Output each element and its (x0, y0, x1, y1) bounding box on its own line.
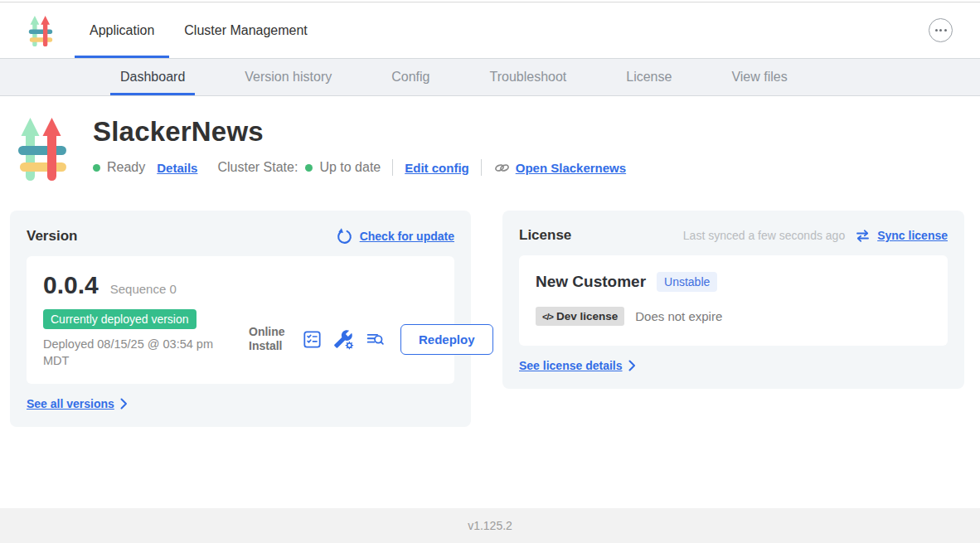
tab-troubleshoot[interactable]: Troubleshoot (479, 59, 576, 95)
config-tools-icon[interactable] (333, 329, 354, 350)
see-license-details-link[interactable]: See license details (519, 359, 623, 372)
version-number: 0.0.4 (43, 271, 99, 299)
header-tabs: Application Cluster Management (75, 2, 323, 58)
ready-status-label: Ready (107, 160, 145, 175)
ready-status-dot (93, 164, 100, 172)
refresh-icon (336, 227, 353, 245)
cluster-status-dot (305, 164, 313, 172)
tab-dashboard[interactable]: Dashboard (110, 59, 195, 95)
license-detail-panel: New Customer Unstable </> Dev license Do… (519, 255, 948, 346)
sync-license-link[interactable]: Sync license (877, 229, 948, 242)
deployed-timestamp: Deployed 08/15/25 @ 03:54 pm MDT (43, 337, 230, 369)
customer-name: New Customer (536, 273, 646, 291)
ellipsis-menu-button[interactable] (929, 18, 953, 42)
current-version-panel: 0.0.4 Sequence 0 Currently deployed vers… (27, 256, 454, 384)
sequence-label: Sequence 0 (110, 282, 177, 296)
version-card: Version Check for update 0.0.4 Sequence … (10, 211, 471, 427)
code-icon: </> (542, 312, 553, 322)
header-spacer (323, 2, 929, 58)
console-footer: v1.125.2 (0, 508, 980, 543)
tab-license[interactable]: License (616, 59, 682, 95)
install-type-label: Online Install (249, 325, 290, 354)
chevron-right-icon (120, 398, 128, 410)
license-card-title: License (519, 227, 571, 244)
redeploy-button[interactable]: Redeploy (400, 324, 493, 355)
edit-config-link[interactable]: Edit config (405, 161, 469, 175)
version-action-icons (302, 329, 386, 350)
open-slackernews-link[interactable]: Open Slackernews (493, 161, 626, 175)
app-header-bar: Application Cluster Management (0, 2, 980, 58)
view-logs-icon[interactable] (365, 329, 386, 350)
slackernews-logo-icon (25, 12, 56, 49)
see-all-versions-link[interactable]: See all versions (27, 397, 114, 410)
ellipsis-icon (935, 29, 938, 32)
chevron-right-icon (628, 360, 636, 371)
cluster-state-label: Cluster State: (217, 160, 298, 175)
version-card-title: Version (27, 228, 77, 245)
license-card: License Last synced a few seconds ago Sy… (502, 211, 964, 389)
tab-config[interactable]: Config (381, 59, 439, 95)
sync-icon (855, 229, 871, 243)
app-status-row: Ready Details Cluster State: Up to date … (93, 159, 626, 176)
console-version-label: v1.125.2 (468, 519, 512, 532)
license-type-badge: </> Dev license (536, 307, 624, 326)
tab-version-history[interactable]: Version history (235, 59, 342, 95)
tab-view-files[interactable]: View files (721, 59, 797, 95)
slackernews-app-icon (18, 111, 66, 186)
main-content: SlackerNews Ready Details Cluster State:… (0, 96, 980, 508)
dashboard-cards: Version Check for update 0.0.4 Sequence … (0, 186, 980, 427)
expiration-label: Does not expire (635, 309, 722, 323)
divider (481, 159, 482, 176)
preflight-checks-icon[interactable] (302, 329, 323, 350)
deployed-version-badge: Currently deployed version (43, 309, 196, 329)
details-link[interactable]: Details (157, 161, 197, 175)
tab-application[interactable]: Application (75, 2, 169, 58)
page-title: SlackerNews (93, 116, 626, 148)
app-subnav: Dashboard Version history Config Trouble… (0, 58, 980, 96)
tab-cluster-management[interactable]: Cluster Management (169, 2, 323, 58)
check-for-update-link[interactable]: Check for update (360, 230, 454, 243)
app-title-section: SlackerNews Ready Details Cluster State:… (0, 96, 980, 186)
cluster-state-value: Up to date (319, 160, 381, 175)
chain-link-icon (493, 162, 511, 174)
divider (392, 159, 393, 176)
channel-badge: Unstable (657, 272, 717, 292)
last-synced-label: Last synced a few seconds ago (683, 229, 845, 242)
